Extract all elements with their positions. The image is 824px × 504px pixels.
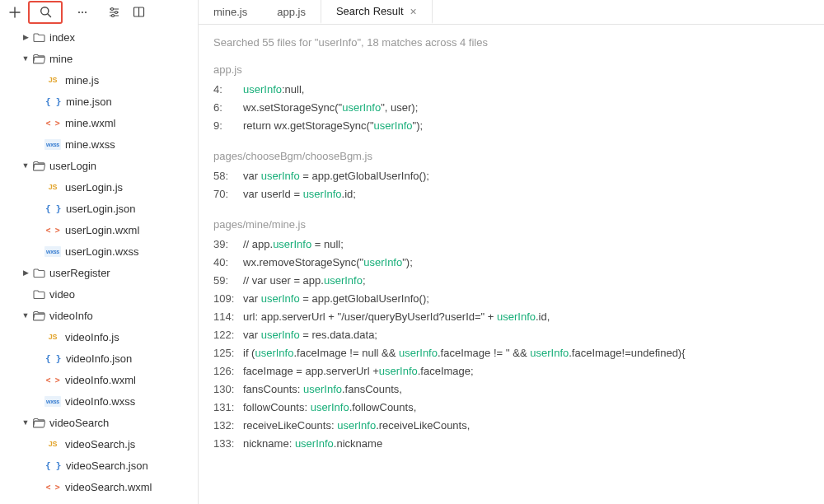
tree-item-mine-wxss[interactable]: wxssmine.wxss [0,133,198,155]
result-line[interactable]: 70:var userId = userInfo.id; [199,185,824,203]
result-file-header[interactable]: pages/chooseBgm/chooseBgm.js [199,150,824,167]
tree-item-userLogin[interactable]: ▼userLogin [0,155,198,176]
result-file-header[interactable]: pages/mine/mine.js [199,218,824,236]
split-view-button[interactable] [127,2,150,22]
twist-icon[interactable]: ▼ [20,161,31,170]
settings-button[interactable] [102,2,125,22]
result-line[interactable]: 9:return wx.getStorageSync("userInfo"); [199,117,824,135]
svg-point-1 [78,11,80,12]
more-button[interactable] [71,2,94,22]
result-line[interactable]: 132:receiveLikeCounts: userInfo.receiveL… [199,417,824,435]
search-button[interactable] [28,1,63,24]
tree-item-videoSearch-js[interactable]: JSvideoSearch.js [0,433,198,455]
result-line[interactable]: 39:// app.userInfo = null; [199,236,824,254]
tree-item-mine-json[interactable]: { }mine.json [0,91,198,112]
tree-item-mine[interactable]: ▼mine [0,48,198,69]
tree-item-mine-js[interactable]: JSmine.js [0,69,198,91]
tree-item-videoSearch-wxml[interactable]: < >videoSearch.wxml [0,476,198,497]
tree-item-videoInfo[interactable]: ▼videoInfo [0,305,198,326]
split-icon [133,6,145,18]
result-line[interactable]: 4:userInfo:null, [199,81,824,99]
json-file-icon: { } [44,353,62,364]
js-file-icon: JS [44,182,61,193]
result-line[interactable]: 40:wx.removeStorageSync("userInfo"); [199,254,824,272]
result-line[interactable]: 125:if (userInfo.faceImage != null && us… [199,344,824,362]
plus-icon [9,7,21,18]
dots-icon [77,7,88,18]
tree-item-index[interactable]: ▶index [0,26,198,48]
result-line[interactable]: 122:var userInfo = res.data.data; [199,326,824,344]
result-line[interactable]: 126:faceImage = app.serverUrl +userInfo.… [199,362,824,380]
folder-open-icon [31,54,46,64]
twist-icon[interactable]: ▼ [20,418,31,427]
result-line[interactable]: 114:url: app.serverUrl + "/user/queryByU… [199,308,824,326]
result-line[interactable]: 58:var userInfo = app.getGlobalUserInfo(… [199,167,824,185]
line-number: 39: [213,236,243,253]
svg-point-6 [111,15,114,17]
js-file-icon: JS [44,75,61,86]
code-text: fansCounts: userInfo.fansCounts, [243,381,824,398]
tab-bar: mine.jsapp.jsSearch Result× [199,0,824,25]
tree-item-userLogin-json[interactable]: { }userLogin.json [0,198,198,219]
result-line[interactable]: 131:followCounts: userInfo.followCounts, [199,399,824,417]
code-text: var userInfo = res.data.data; [243,327,824,343]
code-text: faceImage = app.serverUrl +userInfo.face… [243,363,824,380]
wxml-file-icon: < > [44,225,61,236]
tree-item-userRegister[interactable]: ▶userRegister [0,262,198,283]
tree-item-label: index [49,31,75,44]
search-results-panel[interactable]: Searched 55 files for "userInfo", 18 mat… [199,25,824,504]
file-tree[interactable]: ▶index▼mineJSmine.js{ }mine.json< >mine.… [0,25,198,504]
line-number: 109: [213,291,243,307]
search-icon [40,6,52,18]
wxml-file-icon: < > [44,118,61,128]
folder-icon [31,32,46,43]
folder-open-icon [31,161,46,171]
tree-item-label: userRegister [49,267,110,279]
tree-item-videoInfo-wxss[interactable]: wxssvideoInfo.wxss [0,390,198,412]
tree-item-label: mine [49,53,73,65]
tree-item-mine-wxml[interactable]: < >mine.wxml [0,112,198,133]
result-line[interactable]: 109:var userInfo = app.getGlobalUserInfo… [199,290,824,308]
result-line[interactable]: 59:// var user = app.userInfo; [199,272,824,290]
tree-item-videoSearch[interactable]: ▼videoSearch [0,412,198,433]
tree-item-videoSearch-json[interactable]: { }videoSearch.json [0,455,198,476]
svg-point-5 [115,12,117,14]
search-summary: Searched 55 files for "userInfo", 18 mat… [199,36,824,63]
tree-item-videoInfo-js[interactable]: JSvideoInfo.js [0,326,198,348]
tree-item-video[interactable]: video [0,283,198,305]
tree-item-videoInfo-wxml[interactable]: < >videoInfo.wxml [0,369,198,390]
result-line[interactable]: 133:nickname: userInfo.nickname [199,435,824,453]
tab-search-result[interactable]: Search Result× [321,0,433,24]
json-file-icon: { } [44,460,62,471]
tree-item-label: mine.json [66,96,112,108]
tree-item-label: userLogin.wxss [65,245,139,258]
close-icon[interactable]: × [410,5,417,18]
tree-item-userLogin-wxml[interactable]: < >userLogin.wxml [0,219,198,240]
tab-app-js[interactable]: app.js [262,0,321,24]
line-number: 133: [213,436,243,452]
tree-item-label: videoSearch.json [66,460,148,472]
code-text: nickname: userInfo.nickname [243,436,824,452]
tree-item-userLogin-js[interactable]: JSuserLogin.js [0,176,198,198]
result-file-header[interactable]: app.js [199,63,824,81]
result-line[interactable]: 6:wx.setStorageSync("userInfo", user); [199,99,824,117]
line-number: 126: [213,363,243,380]
tab-mine-js[interactable]: mine.js [199,0,262,24]
twist-icon[interactable]: ▼ [20,311,31,320]
twist-icon[interactable]: ▶ [20,33,31,41]
result-line[interactable]: 130:fansCounts: userInfo.fansCounts, [199,380,824,399]
wxml-file-icon: < > [44,375,61,385]
line-number: 132: [213,418,243,434]
tree-item-label: videoInfo.json [66,352,132,365]
sidebar-toolbar [0,0,198,25]
twist-icon[interactable]: ▼ [20,54,31,63]
tree-item-videoInfo-json[interactable]: { }videoInfo.json [0,348,198,369]
twist-icon[interactable]: ▶ [20,268,31,277]
tree-item-userLogin-wxss[interactable]: wxssuserLogin.wxss [0,240,198,262]
folder-open-icon [31,418,46,428]
json-file-icon: { } [44,96,62,107]
line-number: 125: [213,345,243,362]
new-file-button[interactable] [3,2,26,22]
line-number: 40: [213,254,243,271]
code-text: // var user = app.userInfo; [243,273,824,289]
